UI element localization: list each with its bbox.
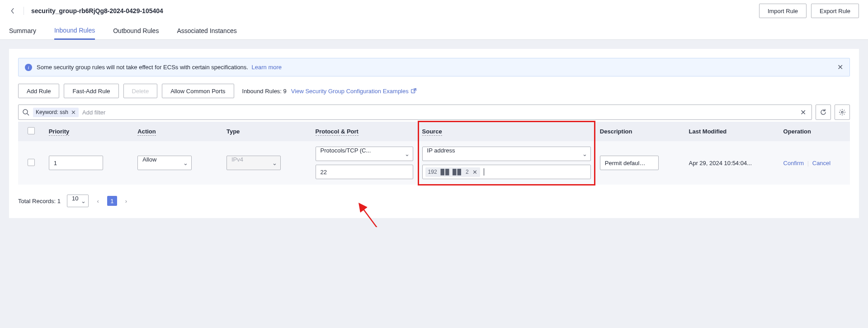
port-input[interactable] [316, 165, 413, 179]
select-all-checkbox[interactable] [28, 127, 35, 134]
tab-inbound-rules[interactable]: Inbound Rules [54, 22, 95, 40]
row-checkbox[interactable] [28, 159, 35, 166]
col-action: Action [137, 128, 156, 136]
config-examples-link[interactable]: View Security Group Configuration Exampl… [291, 88, 417, 95]
col-priority: Priority [49, 128, 70, 136]
col-type: Type [226, 128, 240, 135]
info-banner: i Some security group rules will not tak… [18, 58, 850, 76]
text-cursor [484, 168, 484, 176]
header-divider [24, 7, 24, 15]
svg-point-2 [841, 111, 843, 113]
header-bar: security_group-rb6RjQg8-2024-0429-105404… [0, 0, 868, 22]
last-modified-text: Apr 29, 2024 10:54:04... [689, 160, 752, 166]
action-select[interactable]: Allow [137, 156, 192, 170]
type-select[interactable]: IPv4 [226, 156, 281, 170]
search-icon [22, 109, 29, 116]
total-records-label: Total Records: 1 [18, 198, 61, 204]
col-description: Description [600, 128, 632, 135]
filter-chip-keyword[interactable]: Keyword: ssh ✕ [33, 108, 79, 117]
refresh-icon [820, 109, 827, 116]
content-card: i Some security group rules will not tak… [9, 49, 859, 218]
page-number[interactable]: 1 [107, 196, 117, 206]
next-page-button[interactable]: › [123, 196, 129, 206]
import-rule-button[interactable]: Import Rule [759, 4, 807, 18]
col-operation: Operation [783, 128, 811, 135]
ip-chip[interactable]: 192██ ██2 ✕ [425, 167, 480, 177]
back-button[interactable] [9, 7, 16, 14]
tab-associated-instances[interactable]: Associated Instances [177, 22, 236, 40]
add-rule-button[interactable]: Add Rule [18, 84, 59, 98]
settings-button[interactable] [835, 105, 850, 120]
toolbar: Add Rule Fast-Add Rule Delete Allow Comm… [18, 84, 850, 98]
ip-chip-remove[interactable]: ✕ [472, 169, 477, 176]
prev-page-button[interactable]: ‹ [95, 196, 100, 206]
tab-summary[interactable]: Summary [9, 22, 36, 40]
confirm-button[interactable]: Confirm [783, 160, 804, 166]
svg-rect-0 [411, 90, 415, 93]
col-source: Source [422, 128, 442, 136]
tab-bar: Summary Inbound Rules Outbound Rules Ass… [0, 22, 868, 40]
filter-chip-label: Keyword: ssh [36, 109, 68, 115]
svg-point-1 [23, 109, 28, 114]
export-rule-button[interactable]: Export Rule [811, 4, 859, 18]
inbound-rules-count-label: Inbound Rules: 9 [242, 88, 287, 95]
priority-input[interactable] [49, 156, 103, 170]
pagination: Total Records: 1 10 ⌄ ‹ 1 › [18, 195, 850, 207]
protocol-select[interactable]: Protocols/TCP (C... [316, 147, 413, 161]
filter-clear-button[interactable]: ✕ [800, 108, 806, 117]
page-title: security_group-rb6RjQg8-2024-0429-105404 [31, 7, 163, 14]
banner-close-button[interactable]: ✕ [837, 63, 843, 71]
filter-chip-remove[interactable]: ✕ [71, 109, 76, 116]
gear-icon [839, 109, 846, 116]
filter-bar[interactable]: Keyword: ssh ✕ ✕ [18, 105, 812, 120]
allow-common-ports-button[interactable]: Allow Common Ports [162, 84, 234, 98]
source-type-select[interactable]: IP address [422, 147, 591, 161]
source-ip-input[interactable]: 192██ ██2 ✕ [422, 165, 591, 179]
banner-text: Some security group rules will not take … [37, 64, 248, 71]
description-input[interactable] [600, 156, 659, 170]
refresh-button[interactable] [816, 105, 831, 120]
col-modified: Last Modified [689, 128, 727, 135]
cancel-button[interactable]: Cancel [812, 160, 830, 166]
col-protocol: Protocol & Port [316, 128, 359, 136]
rules-table: Priority Action Type Protocol & Port Sou… [18, 122, 850, 185]
learn-more-link[interactable]: Learn more [252, 64, 282, 71]
delete-button[interactable]: Delete [123, 84, 158, 98]
page-size-select[interactable]: 10 [67, 195, 89, 207]
chevron-left-icon [10, 8, 15, 14]
filter-input[interactable] [82, 109, 797, 116]
external-link-icon [410, 88, 417, 94]
fast-add-rule-button[interactable]: Fast-Add Rule [64, 84, 118, 98]
info-icon: i [25, 64, 32, 71]
table-row: Allow ⌄ IPv4 ⌄ Protocols/TCP (C [18, 141, 850, 185]
tab-outbound-rules[interactable]: Outbound Rules [113, 22, 159, 40]
